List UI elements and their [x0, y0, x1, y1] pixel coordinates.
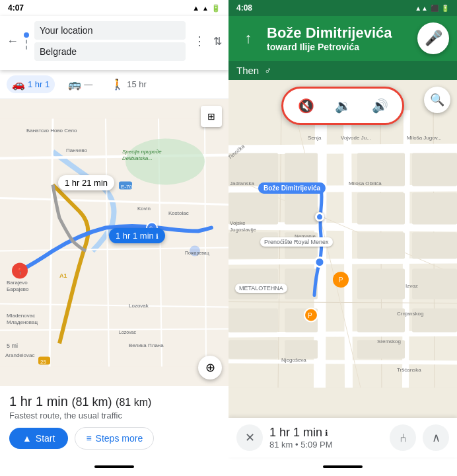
mute-button[interactable]: 🔇	[294, 94, 318, 118]
svg-line-46	[228, 261, 457, 262]
svg-rect-57	[357, 193, 405, 225]
origin-input[interactable]	[34, 21, 186, 40]
nav-direction-arrow: ↑	[236, 26, 260, 50]
volume-low-icon: 🔉	[335, 98, 351, 114]
parking-icon: P	[339, 276, 343, 284]
start-button[interactable]: ▲ Start	[9, 428, 68, 449]
svg-rect-59	[412, 193, 457, 225]
map-svg-right: Timočka Jadranska Vojske Jugoslavije Sen…	[228, 80, 457, 418]
svg-text:Jugoslavije: Jugoslavije	[230, 227, 256, 233]
signal-icon-right: ▲▲	[415, 5, 428, 12]
time-bubble-alt: 1 hr 21 min	[58, 175, 114, 190]
user-location-dot	[315, 212, 324, 221]
map-style-button[interactable]: ⊞	[201, 106, 222, 127]
svg-text:Велика Плана: Велика Плана	[129, 342, 164, 348]
svg-line-49	[228, 362, 457, 363]
nav-toward-street: Ilije Petrovića	[300, 42, 359, 52]
nav-time-info: 1 hr 1 min ℹ 81 km • 5:09 PM	[269, 426, 383, 450]
search-row-origin: ← ⋮ ⇅	[7, 21, 222, 61]
svg-text:Kostolac: Kostolac	[168, 210, 189, 216]
more-options-button[interactable]: ⋮	[191, 31, 208, 51]
svg-line-43	[228, 149, 457, 150]
svg-rect-62	[357, 233, 405, 259]
car-transport-option[interactable]: 🚗 1 hr 1	[7, 75, 55, 93]
volume-high-button[interactable]: 🔊	[368, 94, 392, 118]
close-icon: ✕	[245, 430, 255, 445]
nav-toward-label: toward Ilije Petrovića	[267, 42, 411, 52]
volume-high-icon: 🔊	[372, 98, 388, 114]
microphone-button[interactable]: 🎤	[417, 22, 449, 54]
car-icon: 🚗	[12, 78, 25, 91]
svg-text:Izvoz: Izvoz	[405, 283, 418, 289]
svg-rect-63	[412, 233, 457, 259]
svg-rect-67	[412, 269, 457, 299]
swap-button[interactable]: ⇅	[213, 35, 222, 48]
alt-routes-button[interactable]: ⑃	[390, 424, 416, 451]
svg-text:Lozovak: Lozovak	[129, 303, 149, 309]
compass-icon: ⊕	[205, 360, 215, 375]
svg-text:Панчево: Панчево	[66, 147, 87, 153]
bus-transport-option[interactable]: 🚌 —	[63, 75, 98, 93]
list-icon: ≡	[86, 433, 91, 444]
walk-transport-option[interactable]: 🚶 15 hr	[106, 75, 152, 93]
time-bubble-main: 1 hr 1 min ℹ	[109, 228, 165, 243]
svg-text:Specija природе: Specija природе	[122, 149, 162, 155]
svg-text:A1: A1	[59, 272, 67, 279]
map-area-left[interactable]: A1 📍 © Банатско Ново Село Панч	[0, 99, 228, 386]
nav-pill-right	[323, 465, 363, 468]
nav-street-info: Bože Dimitrijevića toward Ilije Petrović…	[267, 24, 411, 52]
svg-text:Aranđelovac: Aranđelovac	[5, 352, 34, 358]
time-left: 4:07	[8, 3, 24, 13]
svg-text:📍: 📍	[16, 267, 24, 276]
back-button[interactable]: ←	[7, 34, 18, 48]
svg-rect-72	[228, 340, 278, 359]
svg-text:Младеновац: Младеновац	[7, 319, 38, 325]
volume-low-button[interactable]: 🔉	[331, 94, 355, 118]
svg-text:Deliblatska...: Deliblatska...	[122, 155, 153, 161]
map-area-right[interactable]: Timočka Jadranska Vojske Jugoslavije Sen…	[228, 80, 457, 418]
then-bar: Then ♂	[228, 61, 457, 80]
svg-text:Tršćanska: Tršćanska	[397, 367, 421, 373]
walk-icon: 🚶	[111, 78, 124, 91]
mute-icon: 🔇	[298, 98, 314, 114]
poi-bubble-metalotehna: METALOTEHNA	[235, 284, 287, 293]
bottom-nav-right: ✕ 1 hr 1 min ℹ 81 km • 5:09 PM ⑃ ∧	[228, 418, 457, 457]
svg-rect-55	[285, 193, 318, 225]
expand-button[interactable]: ∧	[423, 424, 449, 451]
destination-input[interactable]	[34, 42, 186, 61]
close-navigation-button[interactable]: ✕	[236, 424, 263, 451]
search-icon: 🔍	[430, 93, 444, 107]
search-inputs	[34, 21, 186, 61]
svg-text:Барајево: Барајево	[7, 286, 29, 292]
microphone-icon: 🎤	[425, 30, 442, 47]
time-right: 4:08	[236, 3, 252, 13]
bottom-info-panel: 1 hr 1 min (81 km) (81 km) Fastest route…	[0, 386, 228, 457]
navigation-icon: ▲	[22, 433, 32, 444]
svg-rect-65	[285, 269, 318, 299]
route-indicator	[24, 31, 29, 51]
compass-button[interactable]: ⊕	[198, 356, 222, 379]
walk-time: 15 hr	[127, 79, 147, 89]
wifi-icon-left: ▲	[202, 5, 209, 12]
volume-controls-panel: 🔇 🔉 🔊	[281, 87, 404, 125]
status-bar-left: 4:07 ▲ ▲ 🔋	[0, 0, 228, 16]
wifi-icon-right: ⬛	[431, 5, 439, 12]
car-time: 1 hr 1	[28, 79, 50, 89]
svg-text:Банатско Ново Село: Банатско Ново Село	[26, 128, 77, 134]
search-container: ← ⋮ ⇅	[0, 16, 228, 70]
svg-text:Vojske: Vojske	[230, 220, 246, 226]
search-button-right[interactable]: 🔍	[424, 87, 450, 113]
poi-bubble-hotel: Prenoćište Royal Menex	[260, 237, 333, 247]
svg-text:P: P	[308, 312, 312, 319]
map-scale: 5 mi	[7, 342, 18, 349]
steps-more-button[interactable]: ≡ Steps more	[75, 427, 154, 450]
svg-text:Miloša Jugov...: Miloša Jugov...	[407, 135, 442, 141]
svg-point-89	[315, 258, 324, 267]
svg-text:Jadranska: Jadranska	[230, 180, 254, 186]
route-description: Fastest route, the usual traffic	[9, 411, 219, 420]
svg-text:Vojvode Ju...: Vojvode Ju...	[341, 135, 371, 141]
chevron-up-icon: ∧	[432, 430, 440, 445]
then-label: Then	[236, 65, 259, 76]
svg-text:Senja: Senja	[308, 135, 322, 141]
svg-text:Kovin: Kovin	[137, 206, 151, 212]
